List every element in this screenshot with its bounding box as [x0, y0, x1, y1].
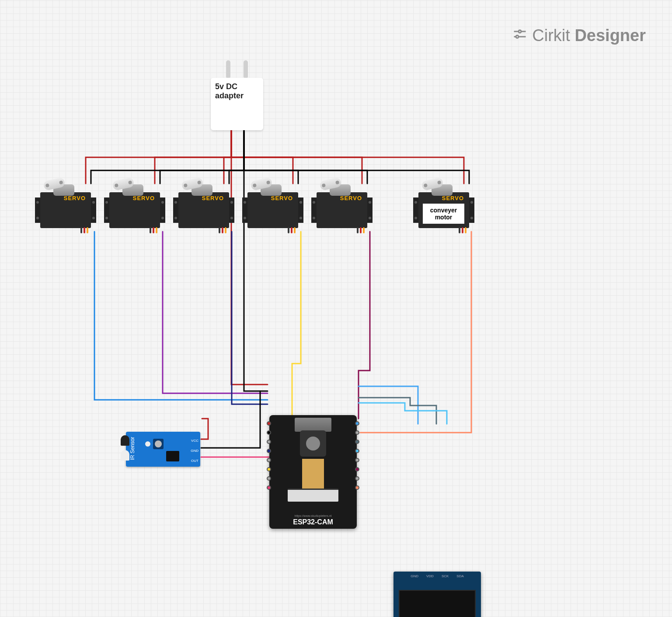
- wire[interactable]: [201, 425, 275, 457]
- esp-pins-left: [267, 421, 271, 490]
- servo-label: SERVO: [442, 195, 464, 201]
- servo-label: SERVO: [133, 195, 155, 201]
- ir-receiver-led: [121, 450, 129, 461]
- ir-comparator-chip: [166, 451, 179, 461]
- servo-wires: [288, 227, 296, 233]
- esp-sublabel: https://www.studiopieters.nl: [269, 514, 357, 517]
- plug-prong: [244, 60, 248, 78]
- wire[interactable]: [231, 130, 268, 385]
- servo-mount-tab: [173, 198, 178, 223]
- wire[interactable]: [94, 232, 268, 400]
- servo-mount-tab: [229, 198, 234, 223]
- servo-mount-tab: [242, 198, 247, 223]
- servo-mount-tab: [311, 198, 317, 223]
- servo-1[interactable]: SERVO: [35, 184, 96, 232]
- servo-4[interactable]: SERVO: [242, 184, 303, 232]
- servo-label: SERVO: [271, 195, 293, 201]
- servo-3[interactable]: SERVO: [173, 184, 234, 232]
- servo-mount-tab: [104, 198, 109, 223]
- wire[interactable]: [155, 130, 231, 184]
- servo-wires: [80, 227, 88, 233]
- wire[interactable]: [244, 130, 268, 391]
- servo-wires: [357, 227, 365, 233]
- oled-pin-labels: GNDVDDSCKSDA: [411, 574, 464, 578]
- oled-screen: [399, 590, 476, 617]
- esp-label: ESP32-CAM: [269, 518, 357, 526]
- servo-label: SERVO: [202, 195, 224, 201]
- servo-6[interactable]: SERVO conveyer motor: [413, 184, 474, 232]
- servo-wires: [150, 227, 157, 233]
- servo-mount-tab: [91, 198, 96, 223]
- conveyer-motor-label: conveyer motor: [423, 204, 464, 224]
- servo-mount-tab: [469, 198, 474, 223]
- wire[interactable]: [231, 130, 464, 184]
- dc-adapter-label: 5v DCadapter: [215, 82, 244, 100]
- servo-5[interactable]: SERVO: [311, 184, 373, 232]
- wire[interactable]: [359, 386, 418, 424]
- servo-mount-tab: [160, 198, 165, 223]
- dc-adapter[interactable]: 5v DCadapter: [211, 78, 263, 130]
- ir-potentiometer[interactable]: [153, 439, 164, 449]
- wire[interactable]: [224, 130, 231, 184]
- servo-mount-tab: [35, 198, 40, 223]
- esp-pins-right: [355, 421, 359, 490]
- wire[interactable]: [163, 232, 268, 393]
- servo-2[interactable]: SERVO: [104, 184, 165, 232]
- servo-wires: [219, 227, 226, 233]
- camera-ribbon: [302, 459, 324, 489]
- wire[interactable]: [359, 232, 370, 419]
- servo-mount-tab: [413, 198, 418, 223]
- wire[interactable]: [275, 232, 301, 416]
- ir-sensor[interactable]: IR Sensor VCCGNDOUT: [126, 432, 200, 467]
- wire[interactable]: [201, 419, 208, 439]
- oled-display[interactable]: GNDVDDSCKSDA: [393, 572, 481, 617]
- servo-label: SERVO: [340, 195, 362, 201]
- wire[interactable]: [232, 232, 268, 404]
- esp32-cam[interactable]: https://www.studiopieters.nl ESP32-CAM: [269, 415, 357, 529]
- servo-wires: [459, 227, 467, 233]
- ir-emitter-led: [121, 435, 129, 446]
- ir-sensor-label: IR Sensor: [129, 437, 136, 460]
- sd-card-slot: [295, 418, 331, 432]
- plug-prong: [226, 60, 230, 78]
- camera-lens: [300, 430, 326, 457]
- ir-pin-labels: VCCGNDOUT: [191, 439, 198, 463]
- servo-mount-tab: [298, 198, 303, 223]
- ir-status-led: [145, 441, 150, 447]
- servo-mount-tab: [367, 198, 373, 223]
- camera-connector: [288, 489, 338, 502]
- servo-label: SERVO: [64, 195, 86, 201]
